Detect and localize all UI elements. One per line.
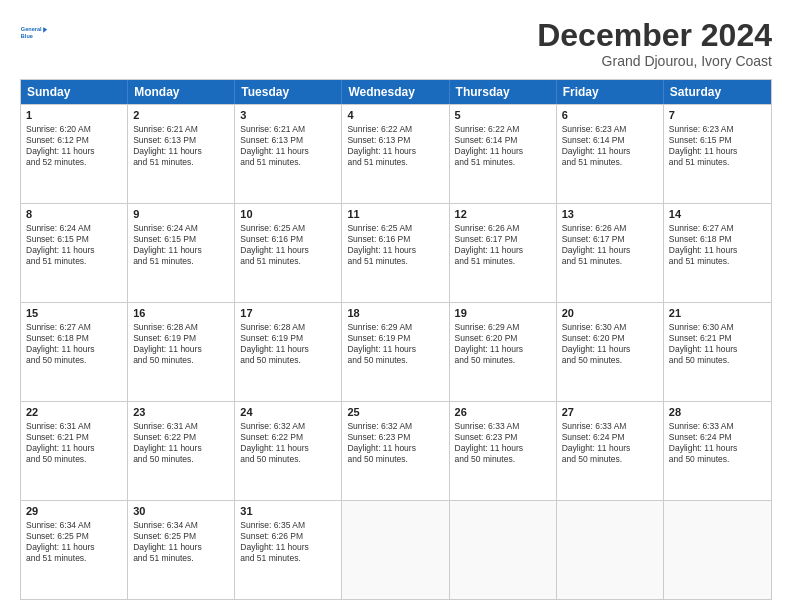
- day-cell-2: 2Sunrise: 6:21 AMSunset: 6:13 PMDaylight…: [128, 105, 235, 203]
- cal-row-2: 8Sunrise: 6:24 AMSunset: 6:15 PMDaylight…: [21, 203, 771, 302]
- day-cell-25: 25Sunrise: 6:32 AMSunset: 6:23 PMDayligh…: [342, 402, 449, 500]
- day-info: Sunrise: 6:27 AMSunset: 6:18 PMDaylight:…: [669, 223, 766, 267]
- day-cell-12: 12Sunrise: 6:26 AMSunset: 6:17 PMDayligh…: [450, 204, 557, 302]
- header-day-friday: Friday: [557, 80, 664, 104]
- day-number: 9: [133, 207, 229, 222]
- day-cell-17: 17Sunrise: 6:28 AMSunset: 6:19 PMDayligh…: [235, 303, 342, 401]
- day-number: 12: [455, 207, 551, 222]
- empty-cell: [342, 501, 449, 599]
- empty-cell: [664, 501, 771, 599]
- day-number: 1: [26, 108, 122, 123]
- day-info: Sunrise: 6:22 AMSunset: 6:14 PMDaylight:…: [455, 124, 551, 168]
- day-number: 14: [669, 207, 766, 222]
- day-info: Sunrise: 6:32 AMSunset: 6:22 PMDaylight:…: [240, 421, 336, 465]
- day-number: 21: [669, 306, 766, 321]
- day-cell-10: 10Sunrise: 6:25 AMSunset: 6:16 PMDayligh…: [235, 204, 342, 302]
- day-cell-8: 8Sunrise: 6:24 AMSunset: 6:15 PMDaylight…: [21, 204, 128, 302]
- day-cell-7: 7Sunrise: 6:23 AMSunset: 6:15 PMDaylight…: [664, 105, 771, 203]
- day-cell-4: 4Sunrise: 6:22 AMSunset: 6:13 PMDaylight…: [342, 105, 449, 203]
- day-number: 3: [240, 108, 336, 123]
- day-number: 23: [133, 405, 229, 420]
- svg-text:General: General: [21, 26, 42, 32]
- calendar: SundayMondayTuesdayWednesdayThursdayFrid…: [20, 79, 772, 600]
- day-cell-13: 13Sunrise: 6:26 AMSunset: 6:17 PMDayligh…: [557, 204, 664, 302]
- title-block: December 2024 Grand Djourou, Ivory Coast: [537, 18, 772, 69]
- day-number: 15: [26, 306, 122, 321]
- empty-cell: [557, 501, 664, 599]
- day-number: 18: [347, 306, 443, 321]
- cal-row-3: 15Sunrise: 6:27 AMSunset: 6:18 PMDayligh…: [21, 302, 771, 401]
- day-info: Sunrise: 6:33 AMSunset: 6:24 PMDaylight:…: [669, 421, 766, 465]
- day-info: Sunrise: 6:23 AMSunset: 6:15 PMDaylight:…: [669, 124, 766, 168]
- day-info: Sunrise: 6:24 AMSunset: 6:15 PMDaylight:…: [26, 223, 122, 267]
- day-cell-11: 11Sunrise: 6:25 AMSunset: 6:16 PMDayligh…: [342, 204, 449, 302]
- day-cell-19: 19Sunrise: 6:29 AMSunset: 6:20 PMDayligh…: [450, 303, 557, 401]
- day-info: Sunrise: 6:30 AMSunset: 6:21 PMDaylight:…: [669, 322, 766, 366]
- day-cell-1: 1Sunrise: 6:20 AMSunset: 6:12 PMDaylight…: [21, 105, 128, 203]
- day-cell-26: 26Sunrise: 6:33 AMSunset: 6:23 PMDayligh…: [450, 402, 557, 500]
- day-number: 5: [455, 108, 551, 123]
- day-number: 2: [133, 108, 229, 123]
- day-number: 7: [669, 108, 766, 123]
- day-cell-28: 28Sunrise: 6:33 AMSunset: 6:24 PMDayligh…: [664, 402, 771, 500]
- day-number: 11: [347, 207, 443, 222]
- day-cell-6: 6Sunrise: 6:23 AMSunset: 6:14 PMDaylight…: [557, 105, 664, 203]
- day-number: 27: [562, 405, 658, 420]
- day-info: Sunrise: 6:25 AMSunset: 6:16 PMDaylight:…: [240, 223, 336, 267]
- day-cell-15: 15Sunrise: 6:27 AMSunset: 6:18 PMDayligh…: [21, 303, 128, 401]
- day-info: Sunrise: 6:30 AMSunset: 6:20 PMDaylight:…: [562, 322, 658, 366]
- day-number: 24: [240, 405, 336, 420]
- day-number: 4: [347, 108, 443, 123]
- header-day-monday: Monday: [128, 80, 235, 104]
- calendar-header: SundayMondayTuesdayWednesdayThursdayFrid…: [21, 80, 771, 104]
- svg-text:Blue: Blue: [21, 33, 33, 39]
- calendar-body: 1Sunrise: 6:20 AMSunset: 6:12 PMDaylight…: [21, 104, 771, 599]
- day-number: 10: [240, 207, 336, 222]
- day-cell-31: 31Sunrise: 6:35 AMSunset: 6:26 PMDayligh…: [235, 501, 342, 599]
- day-info: Sunrise: 6:26 AMSunset: 6:17 PMDaylight:…: [562, 223, 658, 267]
- day-cell-29: 29Sunrise: 6:34 AMSunset: 6:25 PMDayligh…: [21, 501, 128, 599]
- day-cell-27: 27Sunrise: 6:33 AMSunset: 6:24 PMDayligh…: [557, 402, 664, 500]
- header-day-thursday: Thursday: [450, 80, 557, 104]
- day-cell-30: 30Sunrise: 6:34 AMSunset: 6:25 PMDayligh…: [128, 501, 235, 599]
- day-info: Sunrise: 6:31 AMSunset: 6:21 PMDaylight:…: [26, 421, 122, 465]
- day-number: 16: [133, 306, 229, 321]
- day-info: Sunrise: 6:20 AMSunset: 6:12 PMDaylight:…: [26, 124, 122, 168]
- day-cell-18: 18Sunrise: 6:29 AMSunset: 6:19 PMDayligh…: [342, 303, 449, 401]
- day-number: 26: [455, 405, 551, 420]
- day-cell-21: 21Sunrise: 6:30 AMSunset: 6:21 PMDayligh…: [664, 303, 771, 401]
- day-cell-22: 22Sunrise: 6:31 AMSunset: 6:21 PMDayligh…: [21, 402, 128, 500]
- header-day-saturday: Saturday: [664, 80, 771, 104]
- page: GeneralBlue December 2024 Grand Djourou,…: [0, 0, 792, 612]
- day-cell-16: 16Sunrise: 6:28 AMSunset: 6:19 PMDayligh…: [128, 303, 235, 401]
- day-cell-5: 5Sunrise: 6:22 AMSunset: 6:14 PMDaylight…: [450, 105, 557, 203]
- cal-row-4: 22Sunrise: 6:31 AMSunset: 6:21 PMDayligh…: [21, 401, 771, 500]
- header-day-wednesday: Wednesday: [342, 80, 449, 104]
- day-info: Sunrise: 6:21 AMSunset: 6:13 PMDaylight:…: [133, 124, 229, 168]
- day-number: 30: [133, 504, 229, 519]
- day-info: Sunrise: 6:24 AMSunset: 6:15 PMDaylight:…: [133, 223, 229, 267]
- day-cell-9: 9Sunrise: 6:24 AMSunset: 6:15 PMDaylight…: [128, 204, 235, 302]
- day-info: Sunrise: 6:21 AMSunset: 6:13 PMDaylight:…: [240, 124, 336, 168]
- header: GeneralBlue December 2024 Grand Djourou,…: [20, 18, 772, 69]
- day-info: Sunrise: 6:29 AMSunset: 6:20 PMDaylight:…: [455, 322, 551, 366]
- day-number: 8: [26, 207, 122, 222]
- day-info: Sunrise: 6:33 AMSunset: 6:24 PMDaylight:…: [562, 421, 658, 465]
- day-cell-20: 20Sunrise: 6:30 AMSunset: 6:20 PMDayligh…: [557, 303, 664, 401]
- day-cell-24: 24Sunrise: 6:32 AMSunset: 6:22 PMDayligh…: [235, 402, 342, 500]
- day-number: 20: [562, 306, 658, 321]
- logo: GeneralBlue: [20, 18, 48, 46]
- day-number: 25: [347, 405, 443, 420]
- day-number: 31: [240, 504, 336, 519]
- cal-row-1: 1Sunrise: 6:20 AMSunset: 6:12 PMDaylight…: [21, 104, 771, 203]
- day-info: Sunrise: 6:33 AMSunset: 6:23 PMDaylight:…: [455, 421, 551, 465]
- day-info: Sunrise: 6:29 AMSunset: 6:19 PMDaylight:…: [347, 322, 443, 366]
- day-number: 22: [26, 405, 122, 420]
- day-info: Sunrise: 6:34 AMSunset: 6:25 PMDaylight:…: [133, 520, 229, 564]
- day-cell-23: 23Sunrise: 6:31 AMSunset: 6:22 PMDayligh…: [128, 402, 235, 500]
- day-info: Sunrise: 6:25 AMSunset: 6:16 PMDaylight:…: [347, 223, 443, 267]
- day-number: 29: [26, 504, 122, 519]
- day-number: 28: [669, 405, 766, 420]
- day-info: Sunrise: 6:27 AMSunset: 6:18 PMDaylight:…: [26, 322, 122, 366]
- day-info: Sunrise: 6:28 AMSunset: 6:19 PMDaylight:…: [240, 322, 336, 366]
